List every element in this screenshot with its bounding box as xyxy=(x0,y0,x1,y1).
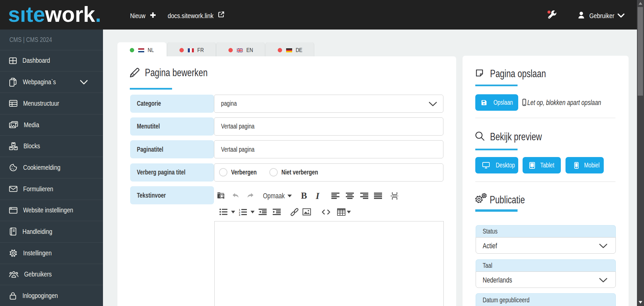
svg-text:3: 3 xyxy=(239,213,240,216)
